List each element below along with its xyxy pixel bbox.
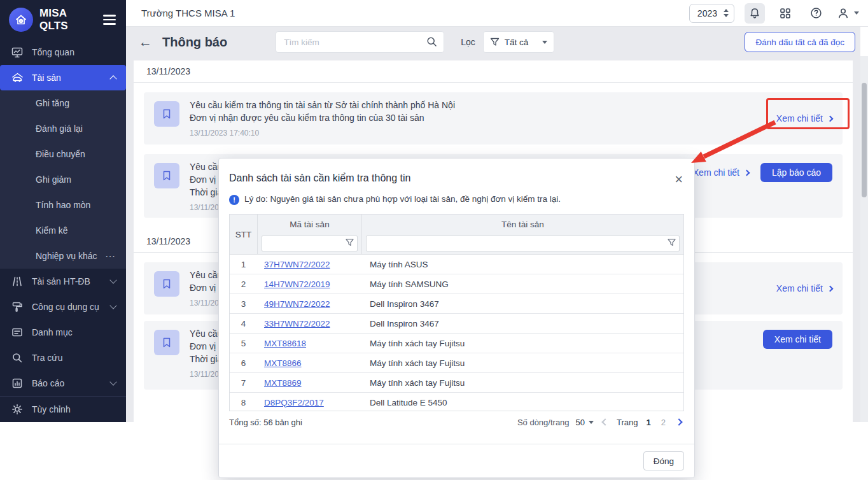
search-icon	[10, 351, 24, 365]
view-detail-link-3[interactable]: Xem chi tiết	[776, 283, 832, 293]
chevron-down-icon	[109, 276, 116, 283]
name-filter-cell	[362, 234, 683, 254]
chevron-down-icon	[109, 378, 116, 385]
back-arrow-button[interactable]: ←	[135, 34, 156, 50]
chevron-right-icon	[827, 285, 834, 292]
sidebar-subitem-ghi-giam[interactable]: Ghi giảm	[0, 167, 126, 192]
sidebar-subitem-dieu-chuyen[interactable]: Điều chuyển	[0, 141, 126, 167]
help-button[interactable]	[806, 3, 826, 24]
caret-down-icon	[542, 41, 547, 44]
asset-code-link[interactable]: MXT88618	[264, 339, 306, 348]
code-filter-cell	[258, 234, 362, 254]
notification-actions: Xem chi tiết	[776, 269, 832, 308]
sidebar-item-tra-cuu[interactable]: Tra cứu	[0, 345, 126, 371]
dashboard-icon	[10, 45, 24, 59]
notification-actions: Xem chi tiết	[776, 99, 832, 138]
year-selector[interactable]: 2023	[689, 4, 734, 23]
hamburger-menu-icon[interactable]	[102, 12, 117, 27]
modal-reason-row: ! Lý do: Nguyên giá tài sản chưa phù hợp…	[219, 184, 694, 213]
sidebar-item-tai-san-ht-db[interactable]: Tài sản HT-ĐB	[0, 269, 126, 294]
sidebar-item-label: Tài sản HT-ĐB	[32, 276, 103, 286]
reason-text: Lý do: Nguyên giá tài sản chưa phù hợp v…	[244, 194, 561, 204]
notification-time: 13/11/2023 17:40:10	[190, 128, 455, 138]
road-icon	[10, 274, 24, 288]
modal-footer: Đóng	[219, 444, 694, 477]
name-filter-input[interactable]	[366, 236, 680, 251]
view-detail-button-4[interactable]: Xem chi tiết	[763, 330, 832, 349]
asset-code-link[interactable]: 14H7WN72/2019	[264, 279, 330, 289]
notifications-bell-button[interactable]	[745, 3, 765, 24]
bell-icon	[748, 7, 761, 20]
asset-code-link[interactable]: 49H7WN72/2022	[264, 299, 330, 309]
sidebar-subitem-ghi-tang[interactable]: Ghi tăng	[0, 90, 126, 116]
sidebar-subitem-danh-gia-lai[interactable]: Đánh giá lại	[0, 116, 126, 141]
mark-all-read-button[interactable]: Đánh dấu tất cả đã đọc	[745, 32, 855, 52]
page-number-2[interactable]: 2	[659, 418, 668, 427]
sidebar-item-cong-cu-dung-cu[interactable]: Công cụ dụng cụ	[0, 294, 126, 320]
filter-dropdown[interactable]: Tất cả	[483, 31, 554, 53]
topbar-actions: 2023	[689, 3, 859, 24]
sidebar-item-label: Tài sản	[32, 73, 103, 83]
year-stepper-icon[interactable]	[724, 9, 729, 17]
sidebar-subitem-nghiep-vu-khac[interactable]: Nghiệp vụ khác ⋯	[0, 243, 126, 269]
pagination-controls: Số dòng/trang 50 Trang 1 2	[517, 418, 684, 427]
search-input[interactable]	[276, 31, 444, 53]
paint-roller-icon	[10, 300, 24, 314]
sidebar-subitem-kiem-ke[interactable]: Kiểm kê	[0, 218, 126, 243]
date-group-header: 13/11/2023	[134, 60, 853, 83]
misa-logo-icon[interactable]	[9, 8, 33, 32]
code-filter-input[interactable]	[262, 236, 358, 251]
funnel-icon[interactable]	[668, 239, 676, 246]
notification-body: Yêu cầu kiểm tra thông tin tài sản từ Sở…	[190, 99, 455, 138]
sidebar-item-label: Báo cáo	[32, 378, 103, 388]
list-card-icon	[10, 325, 24, 339]
total-records: Tổng số: 56 bản ghi	[229, 418, 302, 427]
notification-actions: Xem chi tiết Lập báo cáo	[693, 163, 832, 182]
sidebar-item-assets[interactable]: Tài sản	[0, 65, 126, 90]
assets-submenu: Ghi tăng Đánh giá lại Điều chuyển Ghi gi…	[0, 90, 126, 269]
sidebar-item-label: Danh mục	[32, 327, 116, 337]
column-header-stt: STT	[230, 215, 258, 254]
page-header: ← Thông báo Lọc Tất cả Đánh dấu tất cả đ…	[126, 27, 860, 57]
notification-item-1[interactable]: Yêu cầu kiểm tra thông tin tài sản từ Sở…	[144, 92, 843, 145]
close-button[interactable]: Đóng	[643, 451, 684, 470]
create-report-button[interactable]: Lập báo cáo	[760, 163, 832, 182]
asset-code-link[interactable]: D8PQ3F2/2017	[264, 398, 324, 407]
table-row: 5 MXT88618 Máy tính xách tay Fujitsu	[230, 334, 683, 353]
previous-page-icon[interactable]	[601, 418, 608, 425]
sidebar-item-danh-muc[interactable]: Danh mục	[0, 320, 126, 345]
funnel-icon[interactable]	[346, 239, 354, 246]
view-detail-link-2[interactable]: Xem chi tiết	[693, 167, 749, 178]
asset-code-link[interactable]: 37H7WN72/2022	[264, 260, 330, 269]
sidebar-item-bao-cao[interactable]: Báo cáo	[0, 371, 126, 396]
vertical-scrollbar-thumb[interactable]	[862, 83, 867, 197]
page-number-1[interactable]: 1	[645, 418, 653, 427]
close-icon[interactable]: ×	[672, 170, 685, 189]
sidebar-item-tuy-chinh[interactable]: Tùy chỉnh	[0, 397, 126, 422]
topbar: Trường THCS MISA 1 2023	[126, 0, 868, 27]
table-row: 2 14H7WN72/2019 Máy tính SAMSUNG	[230, 274, 683, 294]
next-page-icon[interactable]	[675, 418, 682, 425]
chevron-right-icon	[827, 115, 834, 122]
apps-grid-button[interactable]	[775, 3, 795, 24]
user-menu-button[interactable]	[836, 6, 859, 20]
grid-icon	[779, 7, 792, 20]
user-icon	[836, 6, 850, 20]
sidebar-subitem-tinh-hao-mon[interactable]: Tính hao mòn	[0, 192, 126, 218]
notification-subtitle: Đơn vị nhận được yêu cầu kiểm tra thông …	[190, 111, 455, 124]
asset-code-link[interactable]: 33H7WN72/2022	[264, 319, 330, 328]
help-icon	[809, 6, 823, 20]
view-detail-link-1[interactable]: Xem chi tiết	[776, 113, 832, 124]
vertical-scrollbar-track[interactable]	[860, 56, 868, 422]
asset-code-link[interactable]: MXT8866	[264, 358, 302, 368]
sidebar-item-overview[interactable]: Tổng quan	[0, 39, 126, 65]
sidebar-item-label: Tổng quan	[32, 47, 116, 57]
bookmark-icon	[154, 101, 179, 127]
filter-label: Lọc	[461, 37, 475, 47]
rows-per-page-label: Số dòng/trang	[517, 418, 570, 427]
funnel-icon	[490, 38, 500, 46]
search-icon[interactable]	[426, 36, 438, 48]
rows-per-page-select[interactable]: 50	[576, 418, 594, 427]
asset-code-link[interactable]: MXT8869	[264, 378, 302, 388]
more-dots-icon[interactable]: ⋯	[105, 250, 116, 262]
